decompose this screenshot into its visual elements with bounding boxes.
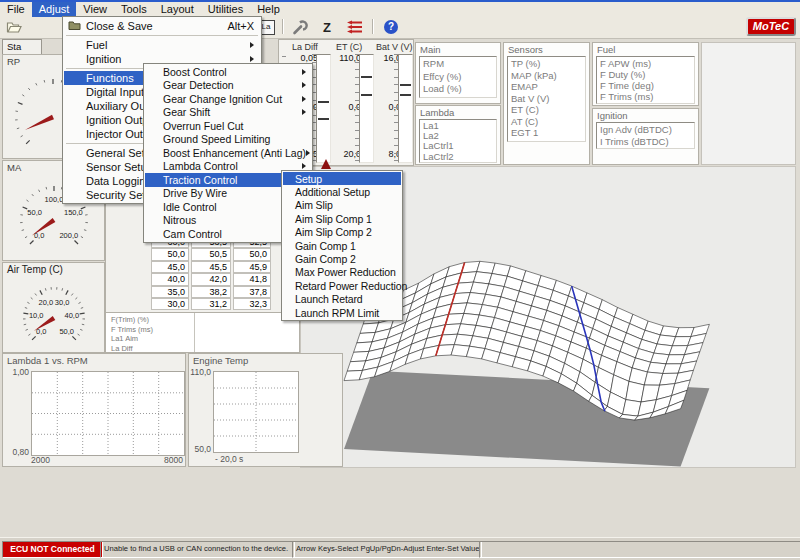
main-values-list: RPM Effcy (%) Load (%) xyxy=(419,56,497,98)
table-cell[interactable]: 45,0 xyxy=(151,261,189,273)
menu-item-label: Aim Slip Comp 2 xyxy=(295,226,372,238)
submenu-arrow-icon xyxy=(302,96,306,102)
y-axis-min-label: 0,80 xyxy=(7,447,29,457)
menu-item-boost-enhancement[interactable]: Boost Enhancement (Anti Lag) xyxy=(145,146,311,160)
list-item: Bat V (V) xyxy=(511,93,582,105)
list-item: MAP (kPa) xyxy=(511,70,582,82)
sensors-list: TP (%) MAP (kPa) EMAP Bat V (V) ET (C) A… xyxy=(507,56,586,142)
ladiff-bar xyxy=(316,54,331,163)
menu-item-setup[interactable]: Setup xyxy=(283,172,401,185)
submenu-arrow-icon xyxy=(302,163,306,169)
list-item: I Trims (dBTDC) xyxy=(600,136,691,148)
menubar-item-layout[interactable]: Layout xyxy=(154,2,201,17)
menu-item-label: Gear Detection xyxy=(163,79,234,91)
menu-shortcut: Alt+X xyxy=(215,20,254,32)
menu-item-boost-control[interactable]: Boost Control xyxy=(145,65,311,79)
gauge-tick-label: 20,0 xyxy=(39,297,54,306)
tab-standard[interactable]: Sta xyxy=(2,39,42,54)
menu-item-aim-slip-comp-2[interactable]: Aim Slip Comp 2 xyxy=(283,226,401,239)
table-cell[interactable]: 50,5 xyxy=(191,248,231,260)
table-cell[interactable]: 40,0 xyxy=(151,273,189,285)
list-item: EGT 1 xyxy=(511,127,582,139)
gauge-tick-label: 100,0 xyxy=(45,195,64,204)
menu-item-label: Launch Retard xyxy=(295,293,363,305)
y-axis-max-label: 1,00 xyxy=(7,367,29,377)
lambda-values-panel: Lambda La1 La2 LaCtrl1 LaCtrl2 xyxy=(415,105,501,165)
open-folder-icon[interactable] xyxy=(3,18,25,36)
table-cell[interactable]: 50,0 xyxy=(233,248,271,260)
folder-icon xyxy=(68,20,81,33)
menu-item-max-power-reduction[interactable]: Max Power Reduction xyxy=(283,266,401,279)
menu-item-label: Ground Speed Limiting xyxy=(163,133,270,145)
ignition-panel-title: Ignition xyxy=(597,110,628,121)
menu-item-launch-rpm-limit[interactable]: Launch RPM Limit xyxy=(283,306,401,319)
sensors-panel-title: Sensors xyxy=(508,44,543,55)
menu-item-launch-retard[interactable]: Launch Retard xyxy=(283,293,401,306)
menubar-item-file[interactable]: File xyxy=(0,2,32,17)
list-item: Ign Adv (dBTDC) xyxy=(600,124,691,136)
empty-panel xyxy=(701,42,796,165)
menu-item-label: Fuel xyxy=(86,39,107,51)
menu-item-gain-comp-1[interactable]: Gain Comp 1 xyxy=(283,239,401,252)
menu-item-label: Aim Slip xyxy=(295,199,333,211)
menu-item-gear-change-ignition-cut[interactable]: Gear Change Ignition Cut xyxy=(145,92,311,106)
menubar-item-tools[interactable]: Tools xyxy=(114,2,154,17)
table-cell[interactable]: 35,0 xyxy=(151,286,189,298)
menu-item-additional-setup[interactable]: Additional Setup xyxy=(283,185,401,198)
menu-item-aim-slip-comp-1[interactable]: Aim Slip Comp 1 xyxy=(283,212,401,225)
menubar-item-view[interactable]: View xyxy=(76,2,114,17)
air-temp-panel-title: Air Temp (C) xyxy=(7,264,63,275)
menu-item-ground-speed-limiting[interactable]: Ground Speed Limiting xyxy=(145,133,311,147)
menubar-item-help[interactable]: Help xyxy=(250,2,287,17)
gauge-tick-label: 50,0 xyxy=(59,326,74,335)
fuel-values-list: F APW (ms) F Duty (%) F Time (deg) F Tri… xyxy=(596,56,695,104)
motec-logo: MoTeC xyxy=(746,17,796,36)
table-cell[interactable]: 31,2 xyxy=(191,298,231,310)
menu-item-label: Retard Power Reduction xyxy=(295,280,407,292)
list-item: F Trims (ms) xyxy=(600,91,691,102)
x-axis-max-label: 8000 xyxy=(153,455,183,465)
menu-item-close-save[interactable]: Close & Save Alt+X xyxy=(64,18,260,33)
menubar-item-adjust[interactable]: Adjust xyxy=(32,2,77,17)
menubar: File Adjust View Tools Layout Utilities … xyxy=(0,2,800,17)
status-empty-cell xyxy=(479,541,800,558)
connection-status-badge: ECU NOT Connected xyxy=(2,541,103,558)
menu-item-gear-detection[interactable]: Gear Detection xyxy=(145,79,311,93)
z-tool-icon[interactable]: Z xyxy=(316,18,338,36)
help-icon[interactable]: ? xyxy=(380,18,402,36)
adjust-lines-icon[interactable] xyxy=(343,18,365,36)
table-cell[interactable]: 42,0 xyxy=(191,273,231,285)
menu-item-gain-comp-2[interactable]: Gain Comp 2 xyxy=(283,252,401,265)
menu-item-gear-shift[interactable]: Gear Shift xyxy=(145,106,311,120)
menu-item-label: Boost Control xyxy=(163,66,227,78)
list-item: ET (C) xyxy=(511,104,582,116)
x-axis-min-label: 2000 xyxy=(31,455,50,465)
menu-item-label: Overrun Fuel Cut xyxy=(163,120,244,132)
y-axis-max-label: 110,0 xyxy=(189,367,211,377)
menu-item-label: Nitrous xyxy=(163,214,196,226)
table-cell[interactable]: 38,2 xyxy=(191,286,231,298)
menu-item-overrun-fuel-cut[interactable]: Overrun Fuel Cut xyxy=(145,119,311,133)
submenu-arrow-icon xyxy=(302,82,306,88)
menu-item-aim-slip[interactable]: Aim Slip xyxy=(283,199,401,212)
lambda-rpm-chart: Lambda 1 vs. RPM 1,00 0,80 2000 8000 xyxy=(2,353,186,467)
table-cell[interactable]: 45,5 xyxy=(191,261,231,273)
table-cell[interactable]: 45,9 xyxy=(233,261,271,273)
legend-divider xyxy=(194,313,195,352)
chart-title: Engine Temp xyxy=(193,355,248,366)
menu-item-retard-power-reduction[interactable]: Retard Power Reduction xyxy=(283,279,401,292)
cursor-arrow-icon xyxy=(321,159,331,169)
menubar-item-utilities[interactable]: Utilities xyxy=(201,2,250,17)
ignition-values-panel: Ignition Ign Adv (dBTDC) I Trims (dBTDC) xyxy=(592,108,699,165)
wrench-icon[interactable] xyxy=(288,18,310,36)
gauge-tick-label: 30,0 xyxy=(55,297,70,306)
table-cell[interactable]: 41,8 xyxy=(233,273,271,285)
table-cell[interactable]: 50,0 xyxy=(151,248,189,260)
fuel-values-panel: Fuel F APW (ms) F Duty (%) F Time (deg) … xyxy=(592,42,699,106)
engine-temp-chart: Engine Temp 110,0 50,0 - 20,0 s xyxy=(188,353,343,467)
table-cell[interactable]: 30,0 xyxy=(151,298,189,310)
menu-item-label: Setup xyxy=(295,173,322,185)
table-cell[interactable]: 37,8 xyxy=(233,286,271,298)
menu-item-fuel[interactable]: Fuel xyxy=(64,38,260,52)
table-cell[interactable]: 32,3 xyxy=(233,298,271,310)
